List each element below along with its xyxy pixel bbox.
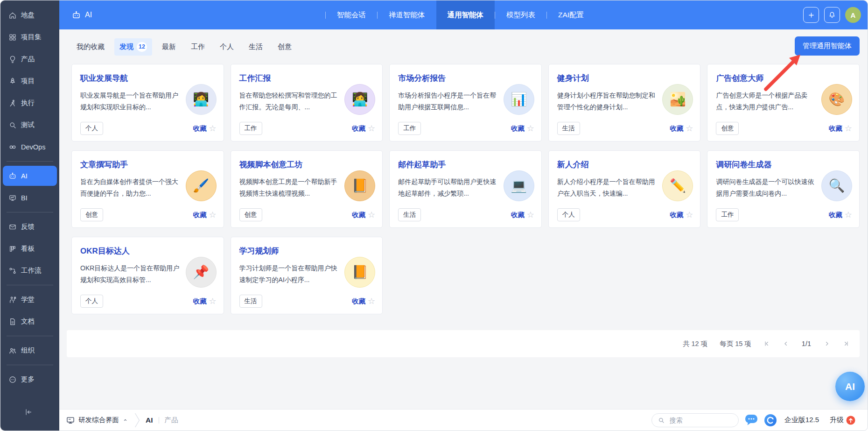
sidebar-item[interactable]: 学堂 bbox=[0, 289, 59, 311]
filter-tab-label: 工作 bbox=[191, 42, 205, 51]
sidebar-item[interactable]: 执行 bbox=[0, 92, 59, 114]
favorite-button[interactable]: 收藏 ☆ bbox=[829, 123, 852, 134]
chevron-right-icon bbox=[824, 340, 830, 347]
top-tab[interactable]: ZAI配置 bbox=[547, 0, 595, 29]
collapse-left-icon bbox=[24, 408, 33, 417]
project-set-icon bbox=[8, 33, 17, 42]
category-tag: 个人 bbox=[80, 295, 103, 308]
filter-tab[interactable]: 创意 bbox=[273, 39, 297, 55]
user-avatar[interactable]: A bbox=[845, 7, 861, 23]
filter-tab[interactable]: 工作 bbox=[186, 39, 210, 55]
sidebar-item[interactable]: DevOps bbox=[0, 136, 59, 158]
favorite-button[interactable]: 收藏 ☆ bbox=[193, 123, 216, 134]
home-icon bbox=[8, 11, 17, 20]
agent-card-description: OKR目标达人是一个旨在帮助用户规划和实现高效目标管... bbox=[80, 262, 183, 286]
laptop-icon: 💻 bbox=[504, 170, 534, 201]
sidebar-item[interactable]: AI bbox=[3, 166, 57, 186]
agent-card[interactable]: 健身计划 健身计划小程序旨在帮助您制定和管理个性化的健身计划... 🏜️ 生活 … bbox=[548, 64, 701, 141]
upgrade-button[interactable]: 升级 bbox=[830, 416, 855, 425]
sidebar-item-label: DevOps bbox=[21, 143, 45, 151]
sidebar-item-label: 文档 bbox=[21, 317, 35, 326]
favorite-button[interactable]: 收藏 ☆ bbox=[511, 210, 534, 220]
kanban-icon bbox=[8, 245, 17, 253]
agent-card[interactable]: 市场分析报告 市场分析报告小程序是一个旨在帮助用户根据互联网信息... 📊 工作… bbox=[389, 64, 542, 141]
create-button[interactable] bbox=[803, 7, 819, 23]
woman-technologist-icon: 👩‍💻 bbox=[186, 84, 217, 115]
sidebar-collapse-button[interactable] bbox=[0, 408, 59, 424]
agent-card[interactable]: 学习规划师 学习计划师是一个旨在帮助用户快速制定学习的AI小程序... 📙 生活… bbox=[231, 237, 383, 314]
sidebar-item[interactable]: 更多 bbox=[0, 368, 59, 390]
top-tab[interactable]: 禅道智能体 bbox=[378, 0, 436, 29]
favorite-button[interactable]: 收藏 ☆ bbox=[670, 210, 693, 220]
main-area: AI 智能会话 禅道智能体 通用智能体 bbox=[59, 0, 868, 431]
favorite-button[interactable]: 收藏 ☆ bbox=[352, 296, 375, 306]
sidebar-item[interactable]: 产品 bbox=[0, 48, 59, 70]
sidebar-item[interactable]: 看板 bbox=[0, 238, 59, 260]
workspace-selector[interactable]: 研发综合界面 bbox=[66, 416, 128, 425]
agent-card-title: 健身计划 bbox=[557, 73, 692, 84]
ai-assistant-button[interactable]: AI bbox=[835, 372, 865, 401]
sidebar-item[interactable]: 工作流 bbox=[0, 260, 59, 282]
search-box[interactable] bbox=[651, 413, 739, 427]
top-tab[interactable]: 模型列表 bbox=[495, 0, 546, 29]
breadcrumb-current[interactable]: AI bbox=[146, 416, 153, 424]
star-icon: ☆ bbox=[845, 123, 852, 134]
last-page-button[interactable] bbox=[843, 340, 849, 347]
sidebar-item[interactable]: 测试 bbox=[0, 114, 59, 136]
breadcrumb-link-product[interactable]: 产品 bbox=[165, 416, 178, 424]
sidebar-item[interactable]: 反馈 bbox=[0, 216, 59, 238]
filter-tab[interactable]: 个人 bbox=[215, 39, 239, 55]
favorite-button[interactable]: 收藏 ☆ bbox=[352, 123, 375, 134]
content-area: 我的收藏 发现 12 最新 bbox=[59, 29, 868, 409]
favorite-button[interactable]: 收藏 ☆ bbox=[193, 210, 216, 220]
total-items: 共 12 项 bbox=[683, 339, 707, 348]
sidebar-item[interactable]: 地盘 bbox=[0, 4, 59, 26]
per-page-selector[interactable]: 每页 15 项 bbox=[720, 339, 751, 348]
agent-card[interactable]: 文章撰写助手 旨在为自媒体创作者提供一个强大而便捷的平台，助力您... 🖌️ 创… bbox=[71, 150, 224, 228]
agent-card[interactable]: OKR目标达人 OKR目标达人是一个旨在帮助用户规划和实现高效目标管... 📌 … bbox=[71, 237, 224, 314]
favorite-button[interactable]: 收藏 ☆ bbox=[193, 296, 216, 306]
top-tab[interactable]: 智能会话 bbox=[326, 0, 377, 29]
filter-tab[interactable]: 发现 12 bbox=[114, 38, 152, 56]
search-input[interactable] bbox=[669, 416, 725, 424]
feedback-icon bbox=[8, 223, 17, 231]
agent-card[interactable]: 工作汇报 旨在帮助您轻松撰写和管理您的工作汇报。无论是每周、... 👩‍💻 工作… bbox=[231, 64, 383, 141]
agent-card[interactable]: 新人介绍 新人介绍小程序是一个旨在帮助用户在入职当天，快速编... ✏️ 个人 … bbox=[548, 150, 701, 228]
sidebar-divider bbox=[7, 336, 53, 336]
favorite-button[interactable]: 收藏 ☆ bbox=[670, 123, 693, 134]
next-page-button[interactable] bbox=[824, 340, 830, 347]
pencil-icon: ✏️ bbox=[662, 170, 693, 201]
favorite-button[interactable]: 收藏 ☆ bbox=[352, 210, 375, 220]
chevron-left-icon bbox=[783, 340, 789, 347]
sidebar-item[interactable]: BI bbox=[0, 187, 59, 209]
prev-page-button[interactable] bbox=[783, 340, 789, 347]
notifications-button[interactable] bbox=[824, 7, 840, 23]
sidebar-item[interactable]: 组织 bbox=[0, 339, 59, 361]
sidebar-item[interactable]: 文档 bbox=[0, 311, 59, 332]
manage-agents-button[interactable]: 管理通用智能体 bbox=[795, 36, 860, 56]
category-tag: 个人 bbox=[80, 122, 103, 135]
agent-card-description: 市场分析报告小程序是一个旨在帮助用户根据互联网信息... bbox=[398, 90, 501, 113]
agent-card[interactable]: 邮件起草助手 邮件起草助手可以帮助用户更快速地起草邮件，减少繁琐... 💻 生活… bbox=[389, 150, 542, 228]
agent-card[interactable]: 视频脚本创意工坊 视频脚本创意工房是一个帮助新手视频博主快速梳理视频... 📙 … bbox=[231, 150, 383, 228]
star-icon: ☆ bbox=[527, 210, 534, 220]
filter-tab[interactable]: 生活 bbox=[244, 39, 268, 55]
filter-tab[interactable]: 最新 bbox=[157, 39, 181, 55]
filter-tab-label: 个人 bbox=[220, 42, 234, 51]
woman-technologist-icon: 👩‍💻 bbox=[344, 84, 375, 115]
agent-card[interactable]: 职业发展导航 职业发展导航是一个旨在帮助用户规划和实现职业目标的... 👩‍💻 … bbox=[71, 64, 224, 141]
agent-card[interactable]: 广告创意大师 广告创意大师是一个根据产品卖点，快速为用户提供广告... 🎨 创意… bbox=[707, 64, 860, 141]
filter-tab[interactable]: 我的收藏 bbox=[71, 39, 110, 55]
favorite-button[interactable]: 收藏 ☆ bbox=[829, 210, 852, 220]
sidebar-item[interactable]: 项目集 bbox=[0, 26, 59, 48]
favorite-button[interactable]: 收藏 ☆ bbox=[511, 123, 534, 134]
workflow-icon bbox=[8, 267, 17, 275]
agent-card[interactable]: 调研问卷生成器 调研问卷生成器是一个可以快速依据用户需要生成问卷内... 🔍 工… bbox=[707, 150, 860, 228]
sidebar-divider bbox=[7, 212, 53, 212]
feedback-chat-button[interactable] bbox=[745, 414, 758, 426]
star-icon: ☆ bbox=[209, 210, 216, 220]
first-page-button[interactable] bbox=[763, 340, 770, 347]
sidebar-item[interactable]: 项目 bbox=[0, 70, 59, 92]
top-tab[interactable]: 通用智能体 bbox=[436, 0, 495, 29]
school-icon bbox=[8, 296, 17, 304]
